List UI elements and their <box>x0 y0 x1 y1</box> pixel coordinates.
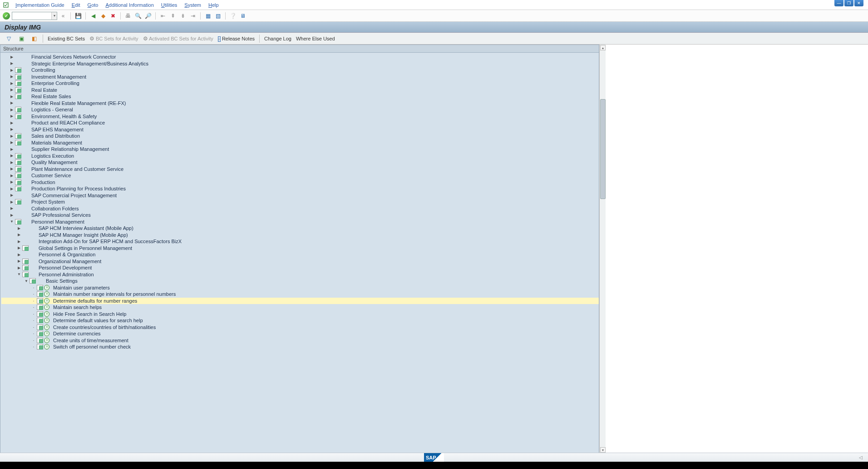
tree-row[interactable]: Real Estate Sales <box>1 93 599 100</box>
print-icon[interactable]: 🖶 <box>124 12 132 20</box>
expand-icon[interactable] <box>10 121 14 125</box>
collapse-icon[interactable] <box>10 220 14 224</box>
expand-icon[interactable] <box>10 75 14 79</box>
tree-row[interactable]: SAP HCM Interview Assistant (Mobile App) <box>1 225 599 232</box>
expand-icon[interactable] <box>10 180 14 184</box>
expand-icon[interactable] <box>10 187 14 191</box>
tree-row[interactable]: Materials Management <box>1 140 599 146</box>
img-activity-doc-icon[interactable] <box>37 344 43 349</box>
tree-row[interactable]: Maintain user parameters <box>1 284 599 291</box>
change-log-button[interactable]: Change Log <box>264 36 291 41</box>
tree-row[interactable]: SAP Commercial Project Management <box>1 192 599 199</box>
expand-icon[interactable] <box>17 233 21 237</box>
tree-row[interactable]: Logistics - General <box>1 106 599 113</box>
tree-row[interactable]: Investment Management <box>1 74 599 80</box>
tree-row[interactable]: Strategic Enterprise Management/Business… <box>1 60 599 67</box>
img-activity-doc-icon[interactable] <box>15 107 21 112</box>
img-activity-doc-icon[interactable] <box>15 166 21 172</box>
where-used-icon[interactable]: ◧ <box>30 35 38 43</box>
img-activity-doc-icon[interactable] <box>15 74 21 80</box>
tree-row[interactable]: Customer Service <box>1 172 599 179</box>
find-next-icon[interactable]: 🔎 <box>144 12 152 20</box>
command-field[interactable]: ▾ <box>12 12 57 20</box>
img-activity-doc-icon[interactable] <box>15 133 21 139</box>
img-activity-icon[interactable]: ▣ <box>17 35 25 43</box>
tree-row[interactable]: Personnel & Organization <box>1 251 599 258</box>
img-activity-doc-icon[interactable] <box>37 338 43 343</box>
tree-row[interactable]: Personnel Development <box>1 264 599 271</box>
existing-bc-sets-button[interactable]: Existing BC Sets <box>48 36 85 41</box>
collapse-icon[interactable] <box>24 279 29 283</box>
tree-row[interactable]: Maintain number range intervals for pers… <box>1 291 599 298</box>
expand-icon[interactable] <box>10 213 14 217</box>
tree-row[interactable]: Collaboration Folders <box>1 205 599 212</box>
tree-row[interactable]: Global Settings in Personnel Management <box>1 245 599 252</box>
exit-icon[interactable]: ◆ <box>99 12 107 20</box>
expand-icon[interactable] <box>10 108 14 112</box>
next-page-icon[interactable]: ⇟ <box>179 12 187 20</box>
tree-row[interactable]: Production Planning for Process Industri… <box>1 185 599 192</box>
img-activity-doc-icon[interactable] <box>37 291 43 297</box>
minimize-button[interactable]: — <box>834 0 843 6</box>
img-activity-doc-icon[interactable] <box>15 140 21 145</box>
help-icon[interactable]: ❔ <box>229 12 237 20</box>
save-icon[interactable]: 💾 <box>74 12 82 20</box>
img-activity-doc-icon[interactable] <box>15 80 21 86</box>
tree-row[interactable]: Determine defaults for number ranges <box>1 298 599 304</box>
img-activity-doc-icon[interactable] <box>15 219 21 225</box>
vertical-scrollbar[interactable]: ▴ ▾ ▾ <box>599 45 606 460</box>
expand-icon[interactable] <box>10 95 14 99</box>
img-activity-doc-icon[interactable] <box>15 199 21 205</box>
img-activity-doc-icon[interactable] <box>37 285 43 290</box>
tree-row[interactable]: Organizational Management <box>1 258 599 265</box>
expand-icon[interactable] <box>10 127 14 131</box>
tree-row[interactable]: Sales and Distribution <box>1 133 599 140</box>
tree-scroll[interactable]: Financial Services Network ConnectorStra… <box>0 53 599 459</box>
expand-all-icon[interactable]: ▽ <box>5 35 13 43</box>
execute-activity-icon[interactable] <box>44 298 49 304</box>
menu-additional-information[interactable]: Additional Information <box>102 1 157 9</box>
tree-row[interactable]: Quality Management <box>1 159 599 166</box>
tree-row[interactable]: Product and REACH Compliance <box>1 120 599 126</box>
execute-activity-icon[interactable] <box>44 304 49 310</box>
img-activity-doc-icon[interactable] <box>15 153 21 159</box>
expand-icon[interactable] <box>10 101 14 105</box>
expand-icon[interactable] <box>17 239 21 244</box>
tree-row[interactable]: Controlling <box>1 67 599 74</box>
img-activity-doc-icon[interactable] <box>37 298 43 304</box>
expand-icon[interactable] <box>10 55 14 59</box>
tree-row[interactable]: Hide Free Search in Search Help <box>1 311 599 318</box>
expand-icon[interactable] <box>10 88 14 92</box>
tree-row[interactable]: Flexible Real Estate Management (RE-FX) <box>1 100 599 107</box>
tree-row[interactable]: Enterprise Controlling <box>1 80 599 87</box>
execute-activity-icon[interactable] <box>44 331 49 336</box>
tree-row[interactable]: Determine currencies <box>1 330 599 337</box>
last-page-icon[interactable]: ⇥ <box>189 12 197 20</box>
img-activity-doc-icon[interactable] <box>15 160 21 165</box>
tree-row[interactable]: Environment, Health & Safety <box>1 113 599 120</box>
img-activity-doc-icon[interactable] <box>30 278 36 284</box>
expand-icon[interactable] <box>17 226 21 230</box>
execute-activity-icon[interactable] <box>44 285 49 290</box>
restore-button[interactable]: ❐ <box>844 0 853 6</box>
tree-row[interactable]: Basic Settings <box>1 278 599 284</box>
tree-row[interactable]: Create units of time/measurement <box>1 337 599 344</box>
create-shortcut-icon[interactable]: ▧ <box>214 12 222 20</box>
tree-row[interactable]: Production <box>1 179 599 186</box>
expand-icon[interactable] <box>10 160 14 165</box>
img-activity-doc-icon[interactable] <box>15 180 21 185</box>
menu-system[interactable]: System <box>181 1 205 9</box>
collapse-icon[interactable] <box>17 272 21 276</box>
expand-icon[interactable] <box>17 266 21 270</box>
execute-activity-icon[interactable] <box>44 344 49 349</box>
expand-icon[interactable] <box>17 253 21 257</box>
expand-icon[interactable] <box>17 246 21 250</box>
enter-icon[interactable]: ✓ <box>3 12 10 20</box>
history-back-icon[interactable]: « <box>59 12 67 20</box>
img-activity-doc-icon[interactable] <box>15 67 21 73</box>
img-activity-doc-icon[interactable] <box>15 186 21 191</box>
expand-icon[interactable] <box>10 174 14 178</box>
img-activity-doc-icon[interactable] <box>37 331 43 336</box>
execute-activity-icon[interactable] <box>44 318 49 323</box>
tree-row[interactable]: Plant Maintenance and Customer Service <box>1 166 599 173</box>
